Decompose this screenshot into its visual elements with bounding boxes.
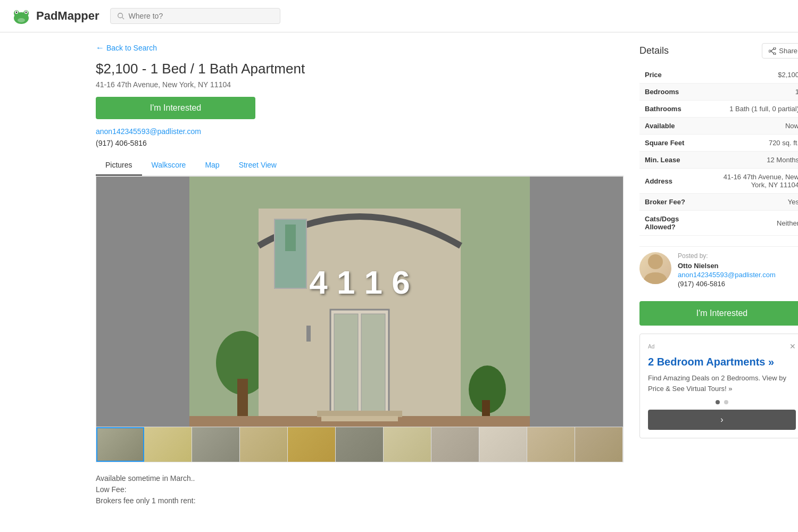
poster-info: Posted by: Otto Nielsen anon142345593@pa…	[678, 252, 776, 288]
thumbnail-6[interactable]	[336, 427, 384, 462]
svg-rect-29	[321, 416, 398, 421]
table-row: Cats/Dogs Allowed? Neither	[639, 211, 798, 236]
search-input[interactable]	[129, 12, 273, 20]
thumbnail-9[interactable]	[479, 427, 527, 462]
detail-label-sqft: Square Feet	[639, 135, 705, 152]
detail-value-pets: Neither	[705, 211, 798, 236]
header: PadMapper	[0, 0, 798, 32]
listing-title: $2,100 - 1 Bed / 1 Bath Apartment	[96, 61, 624, 77]
ad-label: Ad	[648, 344, 654, 350]
details-table: Price $2,100 Bedrooms 1 Bathrooms 1 Bath…	[639, 66, 798, 236]
table-row: Bathrooms 1 Bath (1 full, 0 partial)	[639, 101, 798, 118]
detail-label-available: Available	[639, 118, 705, 135]
detail-value-address: 41-16 47th Avenue, New York, NY 11104	[705, 169, 798, 194]
detail-value-lease: 12 Months	[705, 152, 798, 169]
desc-line-3: Brokers fee only 1 month rent:	[96, 495, 624, 506]
poster-phone: (917) 406-5816	[678, 280, 776, 288]
tab-walkscore[interactable]: Walkscore	[142, 155, 196, 176]
detail-label-bathrooms: Bathrooms	[639, 101, 705, 118]
image-container: 4 1 1 6 THE CHARLTON 41-16	[96, 176, 624, 462]
detail-label-address: Address	[639, 169, 705, 194]
detail-value-price: $2,100	[705, 66, 798, 84]
image-tabs: Pictures Walkscore Map Street View	[96, 155, 624, 176]
logo-text: PadMapper	[36, 9, 99, 23]
detail-value-bathrooms: 1 Bath (1 full, 0 partial)	[705, 101, 798, 118]
detail-value-bedrooms: 1	[705, 84, 798, 101]
table-row: Address 41-16 47th Avenue, New York, NY …	[639, 169, 798, 194]
svg-point-31	[774, 53, 776, 55]
detail-label-pets: Cats/Dogs Allowed?	[639, 211, 705, 236]
tab-map[interactable]: Map	[195, 155, 229, 176]
svg-point-35	[648, 254, 663, 269]
tab-street-view[interactable]: Street View	[229, 155, 286, 176]
details-header: Details Share	[639, 43, 798, 59]
table-row: Min. Lease 12 Months	[639, 152, 798, 169]
share-label: Share	[779, 47, 797, 55]
detail-value-available: Now	[705, 118, 798, 135]
listing-address: 41-16 47th Avenue, New York, NY 11104	[96, 80, 624, 89]
svg-rect-16	[306, 326, 311, 342]
details-title: Details	[639, 45, 669, 56]
svg-line-33	[771, 49, 774, 51]
svg-line-9	[122, 18, 124, 20]
svg-point-30	[774, 47, 776, 49]
avatar-silhouette	[642, 252, 669, 284]
svg-point-32	[769, 50, 771, 52]
thumbnail-8[interactable]	[431, 427, 479, 462]
interested-button-sidebar[interactable]: I'm Interested	[639, 301, 798, 326]
posted-by-label: Posted by:	[678, 252, 776, 260]
contact-phone: (917) 406-5816	[96, 139, 624, 147]
back-to-search-link[interactable]: ← Back to Search	[96, 43, 157, 53]
avatar	[639, 252, 671, 284]
ad-next-button[interactable]: ›	[648, 410, 796, 430]
table-row: Broker Fee? Yes	[639, 194, 798, 211]
description: Available sometime in March.. Low Fee: B…	[96, 473, 624, 506]
share-button[interactable]: Share	[762, 43, 798, 59]
svg-point-8	[118, 13, 122, 18]
detail-label-price: Price	[639, 66, 705, 84]
detail-label-lease: Min. Lease	[639, 152, 705, 169]
ad-dot-1[interactable]	[716, 400, 720, 404]
svg-point-5	[16, 12, 18, 13]
detail-value-sqft: 720 sq. ft.	[705, 135, 798, 152]
svg-point-7	[18, 18, 25, 22]
svg-rect-18	[334, 314, 358, 420]
table-row: Price $2,100	[639, 66, 798, 84]
svg-rect-15	[285, 225, 296, 251]
thumbnail-11[interactable]	[575, 427, 623, 462]
posted-by: Posted by: Otto Nielsen anon142345593@pa…	[639, 246, 798, 293]
table-row: Bedrooms 1	[639, 84, 798, 101]
logo: PadMapper	[11, 5, 99, 27]
ad-description: Find Amazing Deals on 2 Bedrooms. View b…	[648, 373, 796, 394]
table-row: Available Now	[639, 118, 798, 135]
contact-email-link[interactable]: anon142345593@padlister.com	[96, 127, 624, 136]
poster-email-link[interactable]: anon142345593@padlister.com	[678, 271, 776, 279]
main-image: 4 1 1 6 THE CHARLTON 41-16	[96, 177, 623, 427]
thumbnail-3[interactable]	[192, 427, 240, 462]
thumbnail-10[interactable]	[527, 427, 575, 462]
back-arrow-icon: ←	[96, 43, 104, 53]
svg-text:4 1 1 6: 4 1 1 6	[309, 264, 410, 301]
ad-box: Ad ✕ 2 Bedroom Apartments » Find Amazing…	[639, 334, 798, 438]
interested-button-main[interactable]: I'm Interested	[96, 97, 255, 119]
thumbnail-5[interactable]	[288, 427, 336, 462]
table-row: Square Feet 720 sq. ft.	[639, 135, 798, 152]
ad-dots	[648, 400, 796, 404]
tab-pictures[interactable]: Pictures	[96, 155, 142, 176]
search-bar[interactable]	[110, 8, 280, 24]
ad-dot-2[interactable]	[724, 400, 728, 404]
detail-label-bedrooms: Bedrooms	[639, 84, 705, 101]
search-icon	[117, 12, 124, 20]
ad-title[interactable]: 2 Bedroom Apartments »	[648, 355, 796, 369]
thumbnail-1[interactable]	[96, 427, 144, 462]
back-link-text: Back to Search	[106, 44, 157, 52]
main-container: ← Back to Search $2,100 - 1 Bed / 1 Bath…	[80, 32, 718, 517]
thumbnail-2[interactable]	[144, 427, 192, 462]
ad-header: Ad ✕	[648, 342, 796, 351]
desc-line-1: Available sometime in March..	[96, 473, 624, 484]
share-icon	[769, 47, 776, 55]
desc-line-2: Low Fee:	[96, 484, 624, 495]
thumbnail-7[interactable]	[384, 427, 431, 462]
thumbnail-4[interactable]	[240, 427, 288, 462]
ad-close-button[interactable]: ✕	[789, 342, 796, 351]
